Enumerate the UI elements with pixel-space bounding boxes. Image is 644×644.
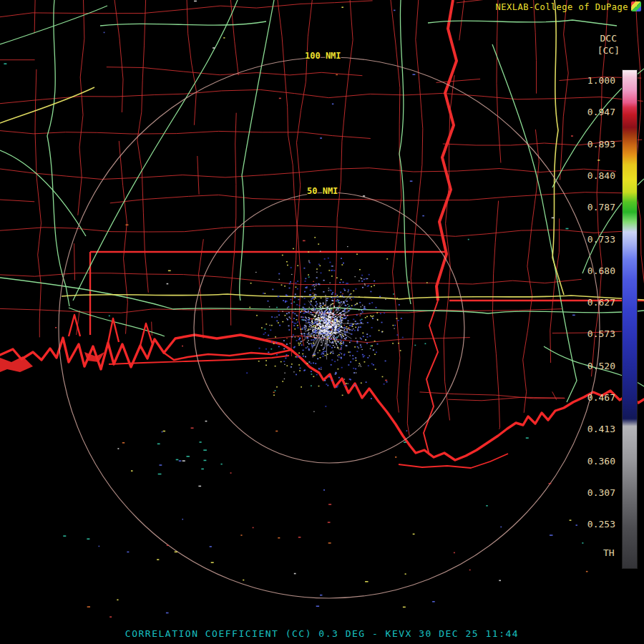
echo-pixel: [322, 353, 323, 354]
echo-pixel: [314, 294, 315, 295]
echo-pixel: [300, 368, 301, 369]
echo-pixel: [318, 368, 320, 369]
echo-pixel: [328, 320, 329, 321]
echo-pixel: [367, 357, 369, 358]
echo-pixel: [304, 326, 306, 327]
echo-pixel: [273, 343, 275, 345]
clutter-speck: [549, 483, 552, 484]
echo-pixel: [304, 333, 306, 335]
echo-pixel: [309, 324, 311, 326]
echo-pixel: [297, 325, 298, 326]
echo-pixel: [351, 333, 352, 335]
echo-pixel: [384, 313, 385, 314]
echo-pixel: [288, 329, 290, 331]
echo-pixel: [302, 297, 303, 298]
clutter-speck: [403, 607, 406, 608]
clutter-speck: [570, 519, 572, 521]
echo-pixel: [371, 302, 373, 303]
echo-pixel: [316, 324, 318, 326]
echo-pixel: [331, 331, 333, 332]
echo-pixel: [352, 326, 353, 328]
echo-pixel: [366, 278, 367, 280]
echo-pixel: [341, 322, 342, 323]
clutter-speck: [117, 448, 119, 449]
echo-pixel: [343, 263, 344, 264]
echo-pixel: [347, 246, 348, 247]
clutter-speck: [191, 427, 194, 429]
echo-pixel: [273, 395, 275, 396]
echo-pixel: [381, 322, 383, 323]
echo-pixel: [302, 328, 303, 329]
echo-pixel: [285, 315, 286, 316]
echo-pixel: [354, 385, 356, 386]
echo-pixel: [296, 319, 298, 321]
echo-pixel: [334, 307, 335, 308]
clutter-speck: [182, 346, 183, 347]
echo-pixel: [323, 303, 324, 303]
echo-pixel: [280, 361, 282, 363]
clutter-speck: [157, 444, 160, 445]
echo-pixel: [319, 350, 321, 351]
clutter-speck: [363, 195, 365, 197]
echo-pixel: [316, 332, 318, 333]
echo-pixel: [396, 318, 398, 319]
echo-pixel: [306, 326, 306, 326]
echo-pixel: [295, 337, 296, 338]
echo-pixel: [269, 325, 270, 326]
echo-pixel: [348, 351, 350, 353]
echo-pixel: [320, 303, 321, 304]
clutter-speck: [328, 522, 331, 523]
echo-pixel: [331, 359, 333, 361]
clutter-speck: [526, 437, 529, 439]
echo-pixel: [271, 325, 273, 326]
echo-pixel: [323, 351, 324, 353]
echo-pixel: [313, 284, 315, 286]
colorbar-tick-label: 0.893: [587, 140, 615, 150]
echo-pixel: [311, 344, 313, 346]
clutter-speck: [500, 527, 502, 528]
echo-pixel: [312, 369, 313, 369]
county-line: [0, 273, 582, 285]
echo-pixel: [356, 314, 358, 316]
echo-pixel: [353, 358, 354, 360]
echo-pixel: [355, 369, 356, 370]
echo-pixel: [325, 406, 326, 407]
echo-pixel: [328, 376, 330, 378]
clutter-speck: [422, 215, 424, 217]
echo-pixel: [361, 275, 363, 276]
echo-pixel: [311, 298, 313, 300]
echo-pixel: [276, 321, 278, 322]
echo-pixel: [324, 333, 326, 334]
echo-pixel: [375, 369, 376, 370]
echo-pixel: [301, 386, 302, 388]
echo-pixel: [334, 361, 336, 362]
echo-pixel: [385, 361, 386, 362]
echo-pixel: [409, 281, 410, 283]
range-ring-label-50nmi: 50 NMI: [307, 186, 338, 196]
echo-pixel: [341, 312, 342, 313]
echo-pixel: [382, 376, 384, 378]
colorbar-tick-label: 0.840: [587, 171, 615, 181]
echo-pixel: [283, 361, 285, 362]
echo-pixel: [393, 325, 394, 326]
echo-pixel: [360, 313, 361, 315]
clutter-speck: [167, 545, 169, 546]
echo-pixel: [298, 327, 299, 328]
clutter-speck: [175, 552, 177, 553]
echo-pixel: [278, 346, 280, 348]
echo-pixel: [325, 335, 326, 336]
echo-pixel: [338, 309, 339, 311]
echo-pixel: [362, 305, 363, 306]
clutter-speck: [320, 595, 322, 596]
echo-pixel: [315, 331, 316, 332]
echo-pixel: [348, 306, 350, 307]
echo-pixel: [370, 291, 371, 293]
echo-pixel: [331, 326, 332, 327]
echo-pixel: [401, 318, 402, 319]
echo-pixel: [307, 346, 308, 347]
echo-pixel: [353, 297, 354, 298]
clutter-speck: [223, 37, 225, 39]
echo-pixel: [365, 339, 366, 341]
clutter-speck: [182, 460, 185, 462]
echo-pixel: [344, 331, 346, 333]
